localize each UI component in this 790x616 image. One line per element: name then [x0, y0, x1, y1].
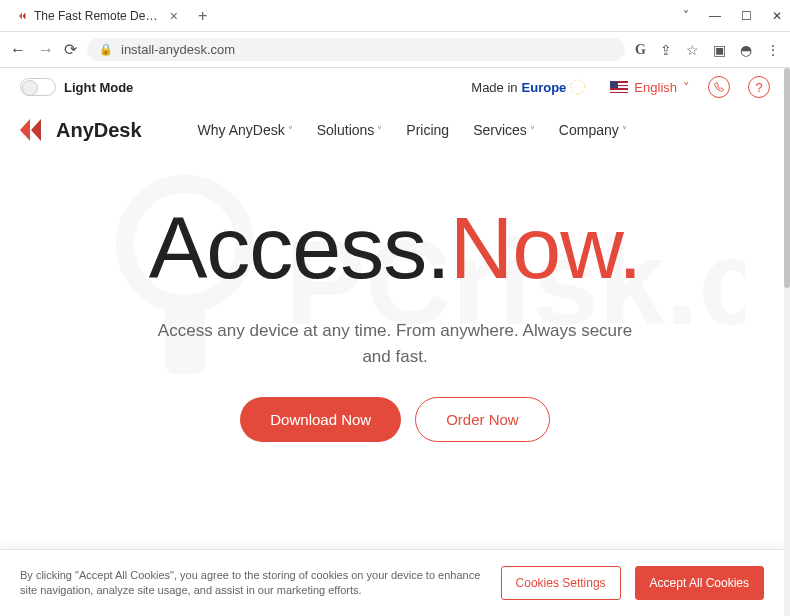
svg-point-0: [571, 80, 585, 94]
hero-title-now: Now.: [450, 198, 642, 297]
reload-icon[interactable]: ⟳: [64, 40, 77, 59]
phone-icon[interactable]: [708, 76, 730, 98]
address-bar[interactable]: 🔒 install-anydesk.com: [87, 38, 625, 61]
toolbar-icons: G ⇪ ☆ ▣ ◓ ⋮: [635, 42, 780, 58]
chevron-down-icon: ˅: [683, 80, 690, 95]
cookies-settings-button[interactable]: Cookies Settings: [501, 566, 621, 600]
accept-cookies-button[interactable]: Accept All Cookies: [635, 566, 764, 600]
back-icon[interactable]: ←: [10, 41, 26, 59]
maximize-icon[interactable]: ☐: [741, 9, 752, 23]
tab-title: The Fast Remote Desktop Applic: [34, 9, 160, 23]
chevron-down-icon: ˅: [622, 125, 627, 136]
tab-favicon-icon: [18, 9, 28, 23]
tab-close-icon[interactable]: ×: [170, 8, 178, 24]
made-in-prefix: Made in: [471, 80, 517, 95]
made-in-label: Made in Europe: [471, 79, 586, 95]
made-in-region: Europe: [522, 80, 567, 95]
language-selector[interactable]: English ˅: [610, 80, 690, 95]
main-nav: AnyDesk Why AnyDesk˅ Solutions˅ Pricing …: [0, 106, 790, 154]
logo-mark-icon: [20, 118, 50, 142]
download-now-button[interactable]: Download Now: [240, 397, 401, 442]
hero-subtitle: Access any device at any time. From anyw…: [145, 318, 645, 369]
language-label: English: [634, 80, 677, 95]
browser-tab[interactable]: The Fast Remote Desktop Applic ×: [8, 4, 188, 28]
nav-label: Company: [559, 122, 619, 138]
lock-icon: 🔒: [99, 43, 113, 56]
nav-services[interactable]: Services˅: [473, 122, 535, 138]
lightmode-label: Light Mode: [64, 80, 133, 95]
logo[interactable]: AnyDesk: [20, 118, 142, 142]
nav-pricing[interactable]: Pricing: [406, 122, 449, 138]
logo-text: AnyDesk: [56, 119, 142, 142]
nav-company[interactable]: Company˅: [559, 122, 627, 138]
nav-label: Why AnyDesk: [198, 122, 285, 138]
menu-icon[interactable]: ⋮: [766, 42, 780, 58]
google-icon[interactable]: G: [635, 42, 646, 58]
chevron-down-icon: ˅: [288, 125, 293, 136]
nav-label: Services: [473, 122, 527, 138]
browser-titlebar: The Fast Remote Desktop Applic × + ˅ — ☐…: [0, 0, 790, 32]
forward-icon[interactable]: →: [38, 41, 54, 59]
chevron-down-icon: ˅: [377, 125, 382, 136]
nav-arrows: ← →: [10, 41, 54, 59]
eu-stars-icon: [570, 79, 586, 95]
nav-solutions[interactable]: Solutions˅: [317, 122, 383, 138]
nav-label: Solutions: [317, 122, 375, 138]
nav-links: Why AnyDesk˅ Solutions˅ Pricing Services…: [198, 122, 627, 138]
page-top-strip: Light Mode Made in Europe English ˅ ?: [0, 68, 790, 106]
nav-why-anydesk[interactable]: Why AnyDesk˅: [198, 122, 293, 138]
us-flag-icon: [610, 81, 628, 93]
nav-label: Pricing: [406, 122, 449, 138]
profile-icon[interactable]: ◓: [740, 42, 752, 58]
hero-title-access: Access.: [149, 198, 450, 297]
scrollbar-track[interactable]: [784, 68, 790, 616]
hero-title: Access.Now.: [60, 204, 730, 292]
cookie-banner: By clicking "Accept All Cookies", you ag…: [0, 549, 784, 616]
dropdown-icon[interactable]: ˅: [683, 9, 689, 23]
help-icon[interactable]: ?: [748, 76, 770, 98]
scrollbar-thumb[interactable]: [784, 68, 790, 288]
minimize-icon[interactable]: —: [709, 9, 721, 23]
window-controls: ˅ — ☐ ✕: [683, 9, 782, 23]
close-window-icon[interactable]: ✕: [772, 9, 782, 23]
url-text: install-anydesk.com: [121, 42, 235, 57]
hero-section: PCrisk.com Access.Now. Access any device…: [0, 154, 790, 442]
lightmode-toggle[interactable]: [20, 78, 56, 96]
chevron-down-icon: ˅: [530, 125, 535, 136]
cookie-text: By clicking "Accept All Cookies", you ag…: [20, 568, 487, 599]
order-now-button[interactable]: Order Now: [415, 397, 550, 442]
bookmark-star-icon[interactable]: ☆: [686, 42, 699, 58]
extensions-icon[interactable]: ▣: [713, 42, 726, 58]
browser-toolbar: ← → ⟳ 🔒 install-anydesk.com G ⇪ ☆ ▣ ◓ ⋮: [0, 32, 790, 68]
share-icon[interactable]: ⇪: [660, 42, 672, 58]
new-tab-button[interactable]: +: [198, 7, 207, 25]
hero-buttons: Download Now Order Now: [60, 397, 730, 442]
